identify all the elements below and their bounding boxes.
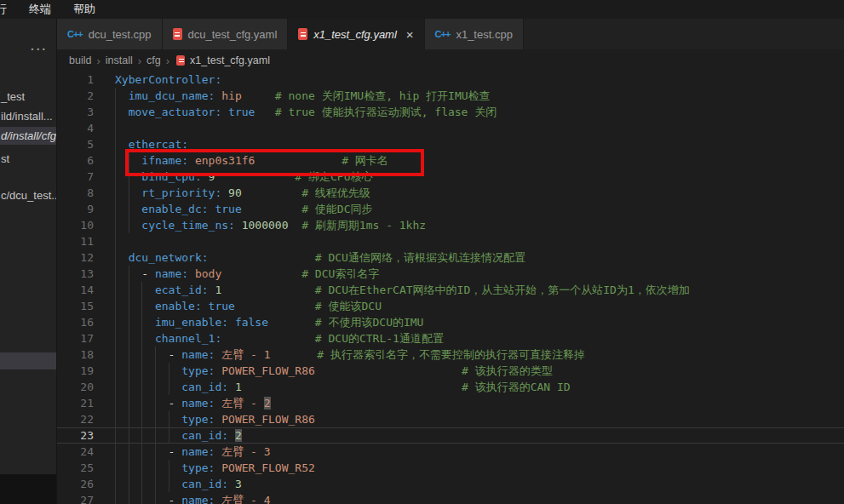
token-pun — [315, 364, 462, 377]
code-line: 23 can_id: 2 — [57, 427, 844, 444]
code-line: 12 dcu_network: # DCU通信网络，请根据实机连接情况配置 — [57, 249, 844, 266]
chevron-right-icon: › — [138, 54, 141, 67]
close-icon[interactable]: × — [406, 28, 414, 41]
code-line: 20 can_id: 1 # 该执行器的CAN ID — [57, 379, 844, 395]
breadcrumb-segment[interactable]: build — [69, 54, 91, 66]
tab-label: dcu_test_cfg.yaml — [188, 28, 278, 41]
sidebar-list-item[interactable]: _test — [0, 88, 56, 106]
tab-dcu_test_cfg.yaml[interactable]: dcu_test_cfg.yaml — [163, 19, 289, 49]
token-str: 左臂 - 3 — [215, 445, 270, 458]
tab-dcu_test.cpp[interactable]: C++dcu_test.cpp — [57, 19, 163, 49]
token-key: channel_1: — [155, 332, 221, 345]
sidebar-list-item[interactable]: d/install/cfg — [0, 127, 56, 145]
code-line: 17 channel_1: # DCU的CTRL-1通道配置 — [57, 330, 844, 346]
indent-guide — [115, 266, 140, 282]
code-text: bind_cpu: 9 # 绑定CPU核心 — [94, 169, 844, 185]
line-number: 25 — [57, 460, 94, 476]
token-key: name: — [155, 267, 188, 280]
token-cmt: # DCU索引名字 — [301, 267, 379, 280]
token-key: type: — [181, 413, 215, 426]
indent-guide — [115, 411, 180, 427]
breadcrumb-segment[interactable]: install — [106, 54, 133, 66]
line-number: 21 — [57, 395, 94, 411]
token-pun — [221, 267, 301, 280]
menu-item[interactable]: 终端 — [29, 0, 51, 19]
menu-item[interactable]: 帮助 — [73, 0, 95, 19]
code-line: 19 type: POWER_FLOW_R86 # 该执行器的类型 — [57, 363, 844, 379]
code-text: move_actuator: true # true 使能执行器运动测试, fl… — [94, 104, 844, 120]
token-cmt: # DCU在EtherCAT网络中的ID，从主站开始，第一个从站ID为1，依次增… — [315, 284, 690, 296]
yaml-file-icon — [173, 28, 182, 40]
token-pun — [242, 203, 301, 215]
vscode-window: 行终端帮助 ··· _testild/install...d/install/c… — [0, 0, 844, 504]
code-tokens: type: POWER_FLOW_R86 # 该执行器的类型 — [115, 364, 553, 377]
line-number: 18 — [57, 346, 94, 363]
token-bool: false — [228, 316, 268, 329]
code-text: XyberController: — [94, 72, 844, 88]
code-line: 2 imu_dcu_name: hip # none 关闭IMU检查, hip … — [57, 88, 844, 104]
line-number: 5 — [57, 136, 94, 152]
token-cmt: # 刷新周期1ms - 1khz — [301, 219, 426, 232]
cpp-file-icon: C++ — [67, 29, 83, 39]
line-number: 12 — [57, 249, 94, 266]
code-line: 3 move_actuator: true # true 使能执行器运动测试, … — [57, 104, 844, 120]
indent-guide — [115, 460, 180, 476]
token-num: 1 — [209, 284, 222, 296]
breadcrumb: build›install›cfg›x1_test_cfg.yaml — [57, 49, 844, 72]
token-key: imu_dcu_name: — [129, 89, 215, 102]
breadcrumb-segment[interactable]: cfg — [146, 54, 161, 66]
code-tokens: imu_enable: false # 不使用该DCU的IMU — [115, 316, 423, 329]
token-key: name: — [181, 494, 215, 504]
more-actions-icon[interactable]: ··· — [31, 43, 48, 56]
token-key: cycle_time_ns: — [141, 219, 235, 232]
token-key: name: — [181, 348, 215, 361]
indent-guide — [115, 88, 127, 104]
menu-item[interactable]: 行 — [0, 0, 7, 19]
editor-column: C++dcu_test.cppdcu_test_cfg.yamlx1_test_… — [57, 19, 844, 504]
token-pun — [255, 106, 274, 118]
line-number: 13 — [57, 266, 94, 282]
token-bool: true — [221, 106, 255, 118]
token-pun — [228, 429, 235, 442]
token-key: can_id: — [181, 429, 228, 442]
code-line: 18 - name: 左臂 - 1 # 执行器索引名字，不需要控制的执行器可直接… — [57, 346, 844, 363]
code-editor[interactable]: 1XyberController:2 imu_dcu_name: hip # n… — [57, 72, 844, 504]
token-str: POWER_FLOW_R86 — [215, 413, 314, 426]
tab-x1_test_cfg.yaml[interactable]: x1_test_cfg.yaml× — [288, 19, 424, 49]
token-cmt: # 该执行器的CAN ID — [462, 381, 571, 393]
code-text: - name: body # DCU索引名字 — [94, 266, 844, 282]
token-cmt: # 不使用该DCU的IMU — [315, 316, 424, 329]
code-text: imu_dcu_name: hip # none 关闭IMU检查, hip 打开… — [94, 88, 844, 104]
sidebar-bottom-block — [0, 474, 56, 504]
line-number: 10 — [57, 217, 94, 233]
token-key: rt_priority: — [141, 186, 221, 199]
code-line: 14 ecat_id: 1 # DCU在EtherCAT网络中的ID，从主站开始… — [57, 282, 844, 298]
code-tokens: enable: true # 使能该DCU — [115, 300, 382, 312]
tab-label: x1_test_cfg.yaml — [313, 28, 397, 41]
token-cmt: # DCU的CTRL-1通道配置 — [315, 332, 444, 345]
line-number: 8 — [57, 185, 94, 201]
token-key: type: — [181, 461, 215, 474]
token-key: ecat_id: — [155, 284, 209, 296]
tab-x1_test.cpp[interactable]: C++x1_test.cpp — [425, 19, 524, 49]
token-cmt: # 使能该DCU — [315, 300, 382, 312]
token-strh: 2 — [264, 397, 271, 410]
indent-guide — [115, 249, 127, 266]
token-pun — [255, 154, 342, 167]
code-text: - name: 左臂 - 1 # 执行器索引名字，不需要控制的执行器可直接注释掉 — [94, 346, 844, 363]
token-pun — [242, 381, 462, 393]
code-text: enable: true # 使能该DCU — [94, 298, 844, 314]
indent-guide — [115, 136, 127, 152]
sidebar-list-item[interactable]: ild/install... — [0, 107, 56, 125]
code-text — [94, 233, 844, 249]
line-number: 26 — [57, 476, 94, 492]
code-tokens: cycle_time_ns: 1000000 # 刷新周期1ms - 1khz — [115, 219, 426, 232]
breadcrumb-file[interactable]: x1_test_cfg.yaml — [190, 54, 270, 66]
sidebar-list-item[interactable]: c/dcu_test... — [0, 186, 56, 204]
indent-guide — [115, 233, 127, 249]
code-text: enable_dc: true # 使能DC同步 — [94, 201, 844, 217]
line-number: 7 — [57, 169, 94, 185]
token-bool: true — [209, 203, 242, 215]
sidebar-list-item[interactable]: st — [0, 150, 56, 168]
code-line: 7 bind_cpu: 9 # 绑定CPU核心 — [57, 169, 844, 185]
